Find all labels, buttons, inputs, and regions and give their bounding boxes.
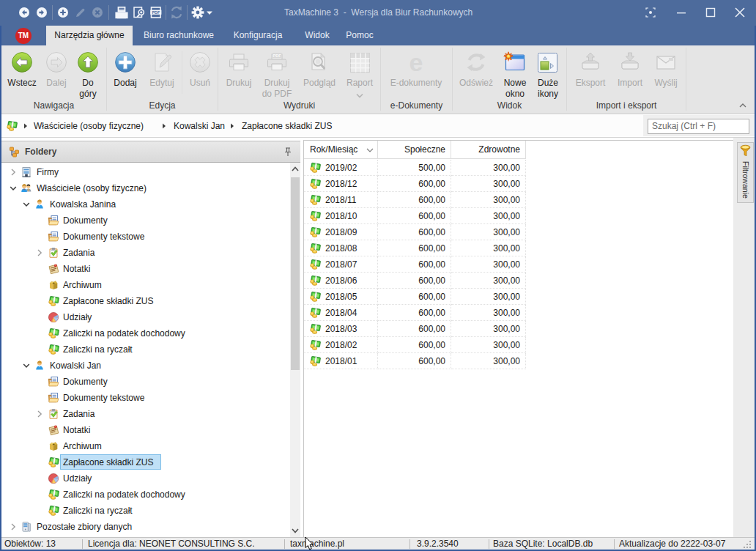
- svg-text:e: e: [410, 48, 423, 76]
- svg-text:PDF: PDF: [273, 53, 281, 58]
- svg-text:PDF: PDF: [152, 10, 160, 15]
